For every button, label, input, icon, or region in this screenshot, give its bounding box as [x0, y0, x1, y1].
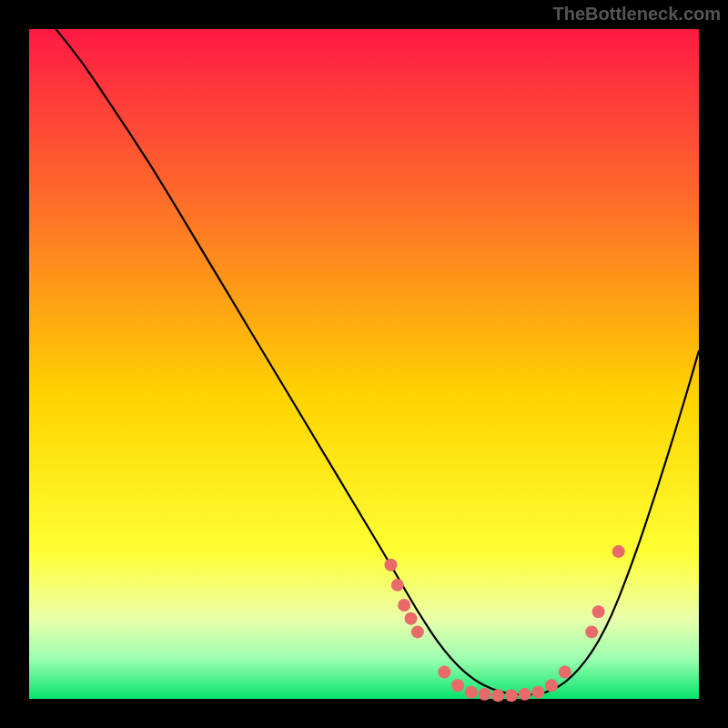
- data-point: [585, 625, 598, 638]
- data-point: [559, 666, 571, 679]
- plot-background: [29, 29, 699, 699]
- data-point: [451, 679, 464, 692]
- data-point: [545, 679, 558, 692]
- data-point: [531, 686, 544, 699]
- data-point: [411, 625, 424, 638]
- data-point: [465, 686, 478, 699]
- data-point: [478, 688, 490, 701]
- data-point: [612, 545, 625, 558]
- data-point: [491, 689, 504, 702]
- bottleneck-chart: [0, 0, 728, 728]
- data-point: [398, 599, 410, 612]
- data-point: [438, 666, 450, 679]
- data-point: [519, 688, 531, 701]
- data-point: [505, 689, 518, 702]
- data-point: [391, 579, 404, 592]
- data-point: [384, 559, 397, 571]
- attribution-text: TheBottleneck.com: [553, 4, 721, 25]
- data-point: [592, 605, 605, 618]
- data-point: [405, 612, 418, 625]
- chart-container: { "attribution": "TheBottleneck.com", "c…: [0, 0, 728, 728]
